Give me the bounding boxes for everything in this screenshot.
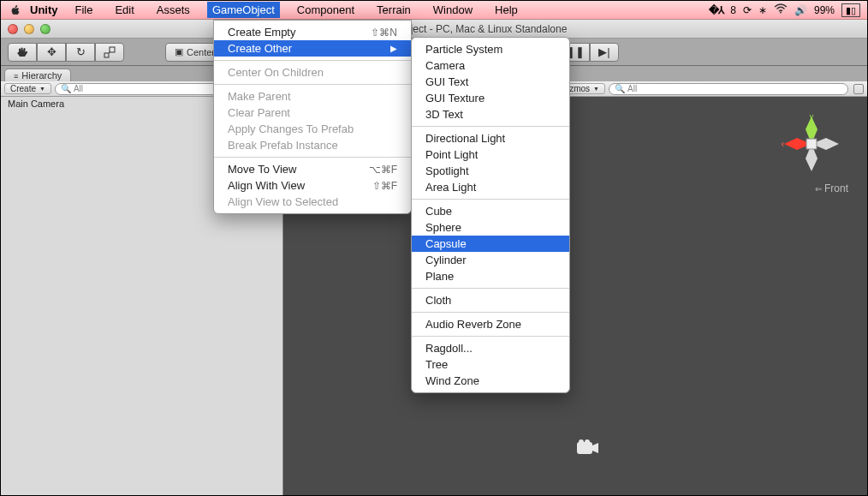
sm-cylinder[interactable]: Cylinder xyxy=(412,252,569,268)
menu-make-parent: Make Parent xyxy=(214,88,411,105)
hierarchy-tab[interactable]: ≡Hierarchy xyxy=(4,69,71,81)
menu-component[interactable]: Component xyxy=(292,2,360,18)
hand-tool[interactable] xyxy=(8,43,37,62)
wifi-icon xyxy=(774,3,788,16)
battery-icon: ▮▯ xyxy=(841,3,860,17)
transform-tools: ✥ ↻ xyxy=(8,43,124,62)
volume-icon: 🔊 xyxy=(794,4,807,16)
menu-clear-parent: Clear Parent xyxy=(214,105,411,121)
minimize-icon[interactable] xyxy=(24,24,34,34)
gameobject-menu: Create Empty⇧⌘N Create Other▶ Center On … xyxy=(213,20,412,214)
menu-create-empty[interactable]: Create Empty⇧⌘N xyxy=(214,24,411,40)
sm-capsule[interactable]: Capsule xyxy=(412,236,569,252)
create-other-submenu: Particle System Camera GUI Text GUI Text… xyxy=(411,37,570,393)
app-name: Unity xyxy=(30,3,58,16)
menu-gameobject[interactable]: GameObject xyxy=(207,2,280,18)
sm-particle-system[interactable]: Particle System xyxy=(412,41,569,57)
svg-text:x: x xyxy=(782,140,785,148)
window-titlebar: Untitled - New Unity Project - PC, Mac &… xyxy=(1,20,867,39)
sm-gui-text[interactable]: GUI Text xyxy=(412,74,569,90)
sm-ragdoll[interactable]: Ragdoll... xyxy=(412,340,569,356)
window-title: Untitled - New Unity Project - PC, Mac &… xyxy=(1,23,867,35)
menu-help[interactable]: Help xyxy=(490,2,523,18)
menu-center-children: Center On Children xyxy=(214,64,411,81)
sm-gui-texture[interactable]: GUI Texture xyxy=(412,90,569,106)
sm-area-light[interactable]: Area Light xyxy=(412,179,569,195)
scale-tool[interactable] xyxy=(95,43,124,62)
sm-camera[interactable]: Camera xyxy=(412,57,569,74)
rotate-tool[interactable]: ↻ xyxy=(66,43,95,62)
create-dropdown[interactable]: Create▼ xyxy=(4,83,51,94)
adobe-count: 8 xyxy=(730,4,736,16)
svg-text:y: y xyxy=(810,114,814,121)
menu-create-other[interactable]: Create Other▶ xyxy=(214,40,411,57)
svg-rect-8 xyxy=(806,139,817,149)
sm-audio-reverb[interactable]: Audio Reverb Zone xyxy=(412,316,569,332)
svg-point-0 xyxy=(780,12,782,14)
sm-directional-light[interactable]: Directional Light xyxy=(412,130,569,146)
sm-cube[interactable]: Cube xyxy=(412,203,569,219)
svg-line-3 xyxy=(109,51,110,53)
sm-cloth[interactable]: Cloth xyxy=(412,292,569,308)
scene-search[interactable]: 🔍All xyxy=(609,83,848,95)
sm-3d-text[interactable]: 3D Text xyxy=(412,106,569,123)
menu-align-with-view[interactable]: Align With View⇧⌘F xyxy=(214,177,411,194)
orientation-gizmo[interactable]: y x xyxy=(782,114,841,174)
svg-rect-1 xyxy=(104,53,109,57)
bluetooth-icon: ∗ xyxy=(758,4,767,16)
traffic-lights xyxy=(8,24,51,34)
adobe-icon: �⅄ xyxy=(709,4,723,16)
battery-pct: 99% xyxy=(814,4,835,16)
sm-plane[interactable]: Plane xyxy=(412,268,569,284)
step-button[interactable]: ▶| xyxy=(590,43,619,62)
apple-icon xyxy=(9,4,21,16)
menu-assets[interactable]: Assets xyxy=(152,2,195,18)
svg-rect-11 xyxy=(577,442,592,454)
front-label: ⇐ Front xyxy=(815,182,848,194)
menubar-status: �⅄ 8 ⟳ ∗ 🔊 99% ▮▯ xyxy=(709,3,860,17)
mac-menubar: Unity File Edit Assets GameObject Compon… xyxy=(1,1,867,20)
move-tool[interactable]: ✥ xyxy=(37,43,66,62)
menu-break-prefab: Break Prefab Instance xyxy=(214,137,411,153)
scene-expand-icon[interactable] xyxy=(853,84,864,94)
sm-sphere[interactable]: Sphere xyxy=(412,219,569,236)
menu-apply-prefab: Apply Changes To Prefab xyxy=(214,121,411,137)
menu-file[interactable]: File xyxy=(70,2,98,18)
svg-point-12 xyxy=(579,439,584,445)
sm-spotlight[interactable]: Spotlight xyxy=(412,163,569,179)
menu-window[interactable]: Window xyxy=(428,2,478,18)
zoom-icon[interactable] xyxy=(40,24,51,34)
menu-move-to-view[interactable]: Move To View⌥⌘F xyxy=(214,161,411,177)
menu-edit[interactable]: Edit xyxy=(110,2,139,18)
menu-terrain[interactable]: Terrain xyxy=(372,2,416,18)
sm-tree[interactable]: Tree xyxy=(412,356,569,373)
menu-align-to-selected: Align View to Selected xyxy=(214,194,411,210)
svg-marker-14 xyxy=(592,443,598,453)
close-icon[interactable] xyxy=(8,24,18,34)
sm-wind-zone[interactable]: Wind Zone xyxy=(412,373,569,389)
sm-point-light[interactable]: Point Light xyxy=(412,146,569,163)
svg-point-13 xyxy=(585,439,590,445)
camera-icon xyxy=(575,437,599,461)
sync-icon: ⟳ xyxy=(743,4,752,16)
